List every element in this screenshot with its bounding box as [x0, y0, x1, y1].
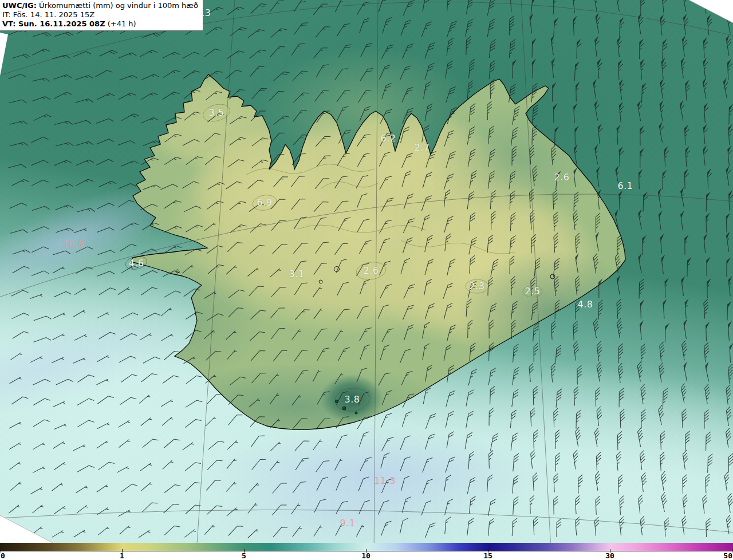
colorbar-tick-label: 5 [242, 551, 246, 560]
title-line-product: UWC/IG: Úrkomumætti (mm) og vindur i 100… [2, 1, 198, 10]
product-name: Úrkomumætti (mm) og vindur i 100m hæð [39, 1, 198, 10]
valid-time: VT: Sun. 16.11.2025 08Z [2, 19, 105, 28]
colorbar-tick-label: 15 [483, 551, 492, 560]
colorbar-tick-label: 1 [120, 551, 124, 560]
weather-map: 4.33.56.22.72.66.16.910.84.63.12.62.32.5… [0, 0, 733, 543]
colorbar-tick-label: 30 [605, 551, 614, 560]
colorbar-tick-label: 50 [723, 551, 732, 560]
model-name: UWC/IG: [2, 1, 37, 10]
title-line-valid-time: VT: Sun. 16.11.2025 08Z (+41 h) [2, 19, 198, 29]
title-line-init-time: IT: Fös. 14. 11. 2025 15Z [2, 10, 198, 19]
valid-offset: (+41 h) [108, 19, 136, 28]
map-svg [0, 0, 733, 543]
colorbar-gradient [0, 543, 733, 551]
precipitation-colorbar: 01510153050 [0, 543, 733, 560]
colorbar-tick-label: 10 [361, 551, 371, 560]
title-box: UWC/IG: Úrkomumætti (mm) og vindur i 100… [0, 0, 203, 31]
weather-map-screen: 4.33.56.22.72.66.16.910.84.63.12.62.32.5… [0, 0, 733, 560]
colorbar-tick-label: 0 [1, 551, 5, 560]
